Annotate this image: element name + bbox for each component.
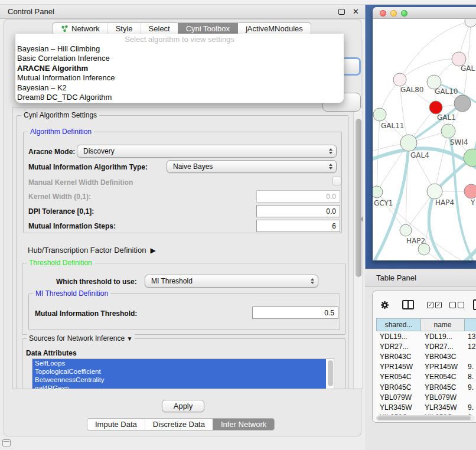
network-window-titlebar[interactable]	[373, 7, 476, 19]
dropdown-item[interactable]: Dream8 DC_TDC Algorithm	[15, 93, 344, 102]
gear-icon	[380, 301, 389, 309]
aracne-mode-label: Aracne Mode:	[28, 148, 75, 156]
attribute-item[interactable]: TopologicalCoefficient	[32, 367, 326, 376]
table-row[interactable]: YLR345WYLR345W9.	[376, 402, 476, 412]
tab-network[interactable]: Network	[53, 23, 107, 34]
dropdown-item[interactable]: Bayesian – K2	[15, 83, 344, 93]
table-row[interactable]: YBR045CYBR045C9.	[376, 382, 476, 392]
table-row[interactable]: YDR27...YDR27...12	[376, 341, 476, 351]
node[interactable]	[400, 135, 417, 151]
cyni-algorithm-settings-group: Cyni Algorithm Settings Algorithm Defini…	[17, 115, 348, 389]
data-attributes-label: Data Attributes	[26, 349, 77, 357]
app-toolbar-edge	[0, 0, 476, 5]
combo-spinner-icon	[329, 145, 332, 157]
dpi-tolerance-field[interactable]: 0.0	[256, 205, 340, 217]
mi-algorithm-type-select[interactable]: Naive Bayes	[167, 160, 337, 173]
algorithm-dropdown-popup: Select algorithm to view settings Bayesi…	[15, 34, 344, 103]
node[interactable]	[418, 243, 430, 255]
node-label: GAL1	[437, 113, 456, 122]
column-header-name[interactable]: name	[421, 318, 465, 331]
dropdown-item-selected[interactable]: ARACNE Algorithm	[15, 64, 344, 73]
node[interactable]	[454, 95, 471, 112]
tab-impute-data[interactable]: Impute Data	[87, 419, 145, 430]
collapse-arrow-icon: ▼	[126, 335, 132, 342]
mi-steps-field[interactable]: 6	[256, 220, 340, 232]
hub-transcription-section-toggle[interactable]: Hub/Transcription Factor Definition ▶	[28, 246, 156, 255]
control-panel: Network Style Select Cyni Toolbox jActiv…	[4, 19, 361, 436]
minimize-window-icon[interactable]	[390, 10, 397, 17]
tab-cyni-toolbox[interactable]: Cyni Toolbox	[178, 23, 237, 34]
tab-style[interactable]: Style	[107, 23, 141, 34]
apply-button[interactable]: Apply	[162, 400, 204, 412]
combo-spinner-icon	[311, 275, 314, 287]
network-graph: GAL GAL80 GAL10 GAL1 GAL11 SWI4 GAL4 GCY…	[373, 19, 476, 260]
node[interactable]	[373, 186, 383, 198]
tab-jactivemnodules[interactable]: jActiveMNodules	[237, 23, 311, 34]
select-all-columns-button[interactable]: ✓ ✓	[427, 302, 442, 308]
network-canvas[interactable]: GAL GAL80 GAL10 GAL1 GAL11 SWI4 GAL4 GCY…	[373, 19, 476, 260]
table-settings-button[interactable]	[380, 301, 389, 309]
node-label: HAP4	[435, 198, 454, 207]
dropdown-item[interactable]: Basic Correlation Inference	[15, 54, 344, 63]
attribute-item[interactable]: gal4RGexp	[32, 384, 326, 389]
dropdown-item[interactable]: Bayesian – Hill Climbing	[15, 44, 344, 54]
node[interactable]	[464, 184, 476, 198]
column-layout-button[interactable]	[402, 300, 414, 309]
node[interactable]	[465, 19, 476, 27]
table-row[interactable]: YDL19...YDL19...13	[376, 331, 476, 341]
cyni-mode-tabbar: Impute Data Discretize Data Infer Networ…	[87, 418, 275, 431]
close-window-icon[interactable]	[380, 10, 386, 17]
node[interactable]	[393, 73, 406, 86]
node-label: Y	[470, 198, 475, 207]
tab-discretize-data[interactable]: Discretize Data	[145, 419, 213, 430]
divider-collapse-handle[interactable]	[360, 216, 363, 222]
control-panel-tabbar: Network Style Select Cyni Toolbox jActiv…	[53, 22, 311, 35]
node[interactable]	[400, 224, 412, 236]
column-header-shared-name[interactable]: shared...	[376, 318, 421, 331]
kernel-width-field[interactable]: 0.0	[256, 190, 340, 203]
node-selected[interactable]	[429, 101, 442, 114]
node[interactable]	[441, 124, 455, 138]
data-attributes-list[interactable]: SelfLoops TopologicalCoefficient Between…	[32, 358, 334, 389]
collapsed-panel-icon[interactable]	[2, 439, 11, 446]
group-title: Cyni Algorithm Settings	[21, 111, 99, 119]
column-header-partial[interactable]	[465, 318, 476, 331]
table-row[interactable]: YBR043CYBR043C	[376, 351, 476, 361]
close-icon[interactable]: ✕	[353, 7, 359, 16]
dpi-tolerance-label: DPI Tolerance [0,1]:	[28, 207, 94, 216]
zoom-window-icon[interactable]	[401, 10, 407, 17]
network-icon	[61, 25, 69, 32]
float-panel-icon[interactable]	[338, 9, 345, 15]
settings-scrollbar[interactable]	[353, 107, 363, 389]
node-label: GAL4	[410, 151, 429, 159]
deselect-all-columns-button[interactable]	[449, 302, 464, 308]
table-header: shared... name	[376, 318, 476, 331]
attribute-item[interactable]: BetweennessCentrality	[32, 376, 326, 384]
table-hscrollbar[interactable]	[376, 415, 474, 421]
manual-kernel-checkbox[interactable]	[332, 177, 341, 185]
checked-box-icon: ✓	[435, 302, 442, 308]
table-row[interactable]: YBL079WYBL079W	[376, 392, 476, 402]
node[interactable]	[373, 108, 386, 121]
tab-infer-network[interactable]: Infer Network	[213, 419, 274, 430]
tab-select[interactable]: Select	[141, 23, 178, 34]
table-row[interactable]: YPR145WYPR145W9.	[376, 362, 476, 372]
split-columns-icon	[402, 300, 414, 309]
node[interactable]	[427, 184, 442, 199]
table-toolbar: ✓ ✓	[373, 291, 476, 318]
which-threshold-select[interactable]: MI Threshold	[145, 275, 318, 288]
sources-section-toggle[interactable]: Sources for Network Inference ▼	[27, 334, 135, 343]
node-label: HAP2	[406, 237, 425, 245]
node-label: GAL11	[381, 122, 404, 130]
unchecked-box-icon	[458, 302, 464, 308]
mi-threshold-field[interactable]: 0.5	[252, 306, 338, 319]
attribute-item[interactable]: SelfLoops	[32, 359, 326, 367]
list-scrollbar[interactable]	[328, 360, 333, 386]
dropdown-item[interactable]: Mutual Information Inference	[15, 73, 344, 83]
node-label: GAL	[461, 64, 475, 73]
threshold-definition-group: Threshold Definition Which threshold to …	[22, 263, 345, 335]
aracne-mode-select[interactable]: Discovery	[77, 145, 337, 158]
mi-type-label: Mutual Information Algorithm Type:	[28, 163, 148, 171]
table-row[interactable]: YER054CYER054C8.	[376, 372, 476, 382]
export-table-button[interactable]	[473, 299, 476, 310]
